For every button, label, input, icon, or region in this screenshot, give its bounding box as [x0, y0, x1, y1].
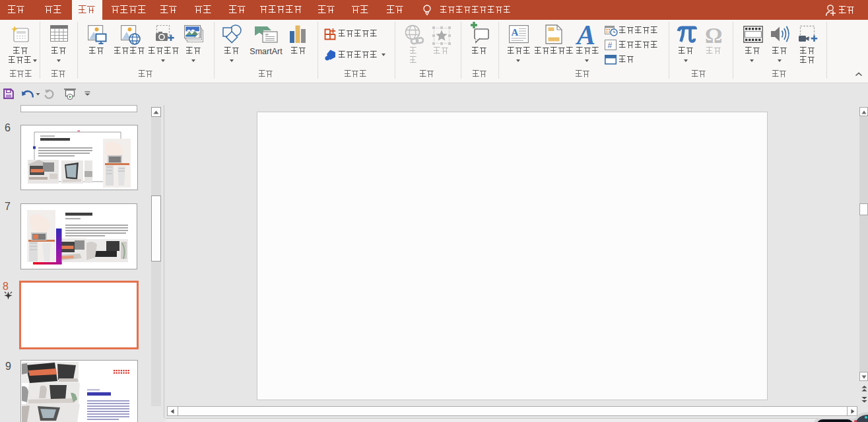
svg-text:#: #: [608, 41, 613, 50]
svg-text:A: A: [512, 27, 519, 38]
svg-text:Ω: Ω: [705, 24, 722, 48]
svg-text:“: “: [77, 129, 81, 135]
svg-text:A: A: [575, 20, 595, 50]
